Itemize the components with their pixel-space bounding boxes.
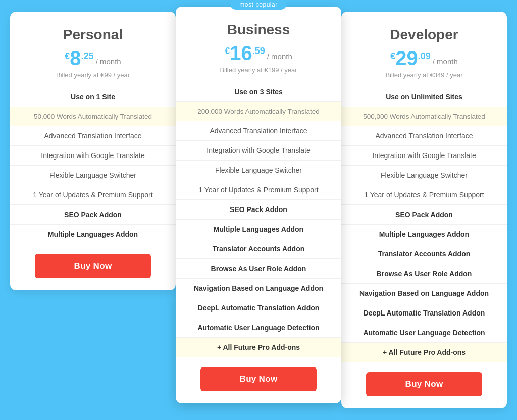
plan-name: Personal <box>20 27 166 43</box>
feature-item: DeepL Automatic Translation Addon <box>341 303 507 323</box>
plan-footer: Buy Now <box>176 357 341 391</box>
plan-name: Business <box>186 22 331 38</box>
plan-header: Business € 16 .59 / month Billed yearly … <box>176 22 341 82</box>
feature-item: SEO Pack Addon <box>10 205 176 225</box>
feature-item: 50,000 Words Automatically Translated <box>10 107 176 126</box>
pricing-wrapper: Personal € 8 .25 / month Billed yearly a… <box>10 12 507 408</box>
feature-item: Integration with Google Translate <box>10 146 176 166</box>
feature-item: 500,000 Words Automatically Translated <box>341 107 507 126</box>
plan-footer: Buy Now <box>341 362 507 396</box>
buy-button[interactable]: Buy Now <box>366 372 482 396</box>
feature-item: Flexible Language Switcher <box>10 166 176 185</box>
feature-item: Use on 3 Sites <box>176 82 341 102</box>
feature-item: Multiple Languages Addon <box>341 225 507 244</box>
feature-item: Integration with Google Translate <box>176 141 341 161</box>
plan-header: Personal € 8 .25 / month Billed yearly a… <box>10 27 176 87</box>
price-main: 29 <box>395 48 418 68</box>
price-decimal: .25 <box>81 51 94 62</box>
plan-price: € 8 .25 / month <box>20 48 166 68</box>
plan-price: € 29 .09 / month <box>351 48 497 68</box>
feature-item: Use on Unlimited Sites <box>341 87 507 107</box>
buy-button[interactable]: Buy Now <box>200 367 317 391</box>
price-currency: € <box>65 51 70 62</box>
plan-card-business: most popular Business € 16 .59 / month B… <box>176 7 341 403</box>
feature-item: Flexible Language Switcher <box>176 161 341 180</box>
popular-badge: most popular <box>230 0 286 10</box>
feature-item: Flexible Language Switcher <box>341 166 507 185</box>
feature-item: Browse As User Role Addon <box>341 264 507 284</box>
features-list: Use on Unlimited Sites500,000 Words Auto… <box>341 87 507 362</box>
feature-item: + All Future Pro Add-ons <box>341 343 507 362</box>
feature-item: Browse As User Role Addon <box>176 259 341 279</box>
price-billed: Billed yearly at €349 / year <box>351 71 497 79</box>
feature-item: Navigation Based on Language Addon <box>176 279 341 298</box>
feature-item: Navigation Based on Language Addon <box>341 284 507 303</box>
price-main: 16 <box>230 43 252 63</box>
feature-item: DeepL Automatic Translation Addon <box>176 298 341 318</box>
feature-item: Integration with Google Translate <box>341 146 507 166</box>
price-currency: € <box>225 46 230 57</box>
price-billed: Billed yearly at €199 / year <box>186 66 331 74</box>
price-billed: Billed yearly at €99 / year <box>20 71 166 79</box>
feature-item: Advanced Translation Interface <box>341 126 507 146</box>
feature-item: 1 Year of Updates & Premium Support <box>341 185 507 205</box>
price-period: / month <box>267 52 292 61</box>
plan-footer: Buy Now <box>10 244 176 278</box>
plan-card-personal: Personal € 8 .25 / month Billed yearly a… <box>10 12 176 290</box>
plan-header: Developer € 29 .09 / month Billed yearly… <box>341 27 507 87</box>
feature-item: 1 Year of Updates & Premium Support <box>176 180 341 200</box>
feature-item: SEO Pack Addon <box>176 200 341 220</box>
feature-item: Advanced Translation Interface <box>10 126 176 146</box>
buy-button[interactable]: Buy Now <box>35 254 151 278</box>
feature-item: 200,000 Words Automatically Translated <box>176 102 341 121</box>
price-decimal: .09 <box>418 51 431 62</box>
feature-item: 1 Year of Updates & Premium Support <box>10 185 176 205</box>
feature-item: Use on 1 Site <box>10 87 176 107</box>
feature-item: Automatic User Language Detection <box>341 323 507 343</box>
feature-item: Multiple Languages Addon <box>176 220 341 239</box>
features-list: Use on 3 Sites200,000 Words Automaticall… <box>176 82 341 357</box>
feature-item: Translator Accounts Addon <box>341 244 507 264</box>
plan-price: € 16 .59 / month <box>186 43 331 63</box>
plan-card-developer: Developer € 29 .09 / month Billed yearly… <box>341 12 507 408</box>
feature-item: Advanced Translation Interface <box>176 121 341 141</box>
price-main: 8 <box>70 48 81 68</box>
feature-item: + All Future Pro Add-ons <box>176 338 341 357</box>
plan-name: Developer <box>351 27 497 43</box>
feature-item: Automatic User Language Detection <box>176 318 341 338</box>
feature-item: Translator Accounts Addon <box>176 239 341 259</box>
feature-item: SEO Pack Addon <box>341 205 507 225</box>
feature-item: Multiple Languages Addon <box>10 225 176 244</box>
features-list: Use on 1 Site50,000 Words Automatically … <box>10 87 176 244</box>
price-period: / month <box>96 57 121 66</box>
price-currency: € <box>390 51 395 62</box>
price-period: / month <box>433 57 458 66</box>
price-decimal: .59 <box>252 46 265 57</box>
